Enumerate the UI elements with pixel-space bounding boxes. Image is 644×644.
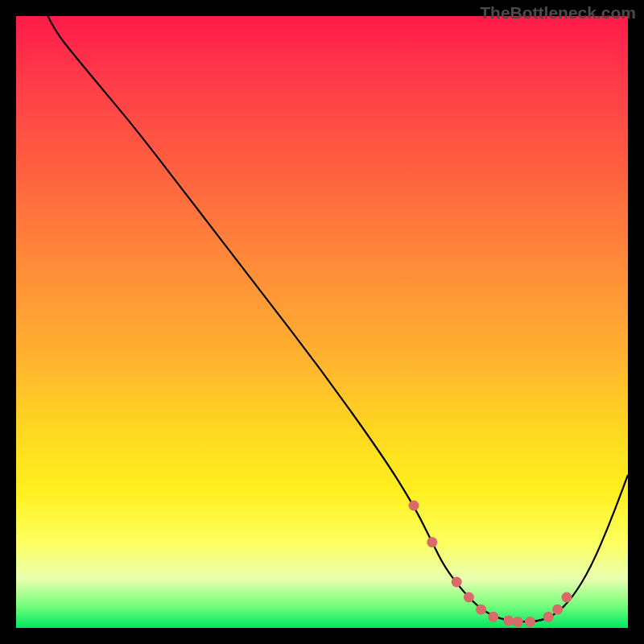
- curve-line: [16, 16, 628, 621]
- highlight-dot: [513, 617, 523, 627]
- highlight-dot: [452, 577, 462, 588]
- highlight-dots: [409, 501, 572, 627]
- highlight-dot: [543, 612, 554, 622]
- highlight-dot: [409, 501, 419, 511]
- highlight-dot: [552, 605, 563, 615]
- highlight-dot: [464, 592, 474, 603]
- highlight-dot: [525, 617, 535, 627]
- chart-svg: [16, 16, 628, 628]
- plot-area: [16, 16, 628, 628]
- highlight-dot: [488, 612, 498, 622]
- highlight-dot: [427, 537, 437, 547]
- highlight-dot: [476, 605, 486, 615]
- watermark-text: TheBottleneck.com: [480, 3, 636, 23]
- highlight-dot: [562, 592, 572, 603]
- highlight-dot: [503, 615, 514, 625]
